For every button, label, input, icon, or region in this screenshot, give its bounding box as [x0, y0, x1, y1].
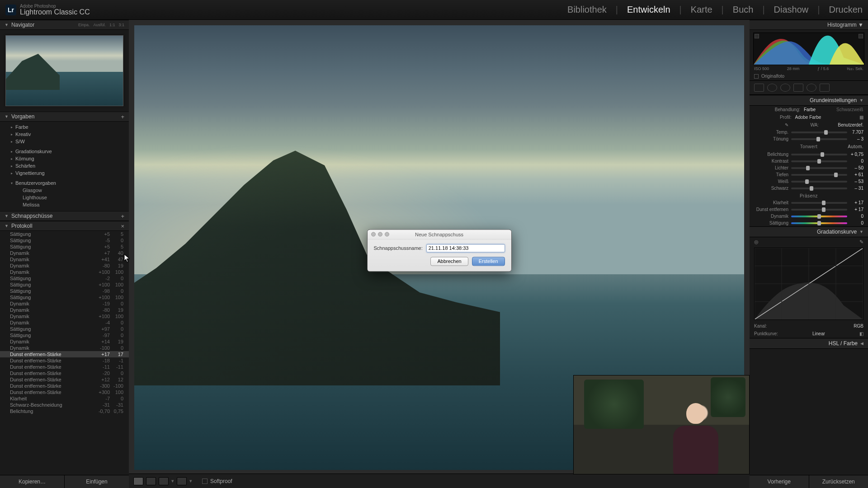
- preset-s/w[interactable]: ▸S/W: [0, 138, 129, 145]
- treatment-color[interactable]: Farbe: [804, 107, 831, 112]
- preset-benutzervorgaben[interactable]: ▾Benutzervorgaben: [0, 179, 129, 187]
- module-tab-drucken[interactable]: Drucken: [829, 5, 863, 15]
- slider-thumb[interactable]: [822, 207, 826, 212]
- slider-value[interactable]: + 17: [847, 200, 863, 205]
- slider-track[interactable]: [791, 209, 847, 211]
- presets-head[interactable]: ▼ Vorgaben +: [0, 112, 129, 122]
- slider-track[interactable]: [791, 188, 847, 189]
- preset-körnung[interactable]: ▸Körnung: [0, 155, 129, 162]
- history-row[interactable]: Sättigung-970: [0, 332, 129, 338]
- slider-value[interactable]: – 53: [847, 179, 863, 184]
- profile-grid-icon[interactable]: ▦: [859, 115, 863, 120]
- slider-thumb[interactable]: [821, 152, 824, 157]
- target-adjust-icon[interactable]: ◎: [754, 239, 759, 245]
- history-row[interactable]: Sättigung+100100: [0, 294, 129, 300]
- redeye-tool-icon[interactable]: [780, 84, 790, 92]
- history-row[interactable]: Dunst entfernen-Stärke-11-11: [0, 364, 129, 370]
- close-icon[interactable]: [371, 232, 376, 236]
- slider-value[interactable]: – 31: [847, 186, 863, 191]
- zoom-1:1[interactable]: 1:1: [109, 23, 115, 27]
- history-row[interactable]: Dunst entfernen-Stärke+1212: [0, 376, 129, 383]
- preset-lighthouse[interactable]: Lighthouse: [0, 194, 129, 201]
- view-beforeafter-lr-icon[interactable]: [146, 477, 156, 485]
- slider-schwarz[interactable]: Schwarz– 31: [750, 185, 868, 192]
- history-row[interactable]: Dynamik-40: [0, 319, 129, 326]
- history-row[interactable]: Dunst entfernen-Stärke+300100: [0, 389, 129, 395]
- slider-thumb[interactable]: [806, 166, 810, 170]
- add-preset-icon[interactable]: +: [121, 113, 124, 120]
- snapshots-head[interactable]: ▼ Schnappschüsse +: [0, 211, 129, 221]
- curve-toggle-icon[interactable]: ◧: [859, 331, 863, 336]
- view-grid-icon[interactable]: [177, 477, 187, 485]
- treatment-bw[interactable]: Schwarzweiß: [836, 107, 863, 112]
- slider-track[interactable]: [791, 167, 847, 169]
- crop-tool-icon[interactable]: [754, 84, 764, 92]
- zoom-icon[interactable]: [385, 232, 389, 236]
- slider-thumb[interactable]: [817, 221, 821, 225]
- copy-button[interactable]: Kopieren…: [0, 475, 65, 488]
- module-tab-karte[interactable]: Karte: [691, 5, 712, 15]
- module-tab-buch[interactable]: Buch: [733, 5, 754, 15]
- slider-dunst entfernen[interactable]: Dunst entfernen+ 17: [750, 206, 868, 213]
- history-row[interactable]: Dynamik-1000: [0, 345, 129, 351]
- wb-value[interactable]: Benutzerdef.: [838, 122, 863, 127]
- history-row[interactable]: Dunst entfernen-Stärke-200: [0, 370, 129, 376]
- slider-track[interactable]: [791, 160, 847, 162]
- zoom-Einpa.[interactable]: Einpa.: [78, 23, 90, 27]
- history-row[interactable]: Dunst entfernen-Stärke-18-1: [0, 357, 129, 364]
- original-photo-checkbox[interactable]: [754, 74, 759, 79]
- slider-value[interactable]: 0: [847, 214, 863, 219]
- history-row[interactable]: Dynamik-8019: [0, 307, 129, 313]
- module-tab-entwickeln[interactable]: Entwickeln: [627, 5, 670, 15]
- previous-button[interactable]: Vorherige: [750, 475, 809, 488]
- slider-track[interactable]: [791, 154, 847, 155]
- tone-curve[interactable]: [754, 248, 863, 320]
- slider-lichter[interactable]: Lichter– 50: [750, 164, 868, 171]
- slider-weiß[interactable]: Weiß– 53: [750, 178, 868, 185]
- history-row[interactable]: Sättigung-50: [0, 237, 129, 244]
- slider-value[interactable]: 0: [847, 221, 863, 225]
- slider-value[interactable]: 7.707: [847, 130, 863, 135]
- slider-tönung[interactable]: Tönung– 3: [750, 136, 868, 142]
- pointcurve-value[interactable]: Linear: [812, 331, 825, 336]
- channel-value[interactable]: RGB: [854, 324, 863, 328]
- history-row[interactable]: Sättigung-980: [0, 288, 129, 294]
- graduated-tool-icon[interactable]: [793, 84, 803, 92]
- curve-edit-icon[interactable]: ✎: [859, 239, 863, 245]
- zoom-3:1[interactable]: 3:1: [118, 23, 124, 27]
- history-row[interactable]: Sättigung+55: [0, 244, 129, 250]
- radial-tool-icon[interactable]: [807, 84, 816, 92]
- slider-thumb[interactable]: [817, 159, 821, 164]
- softproof-checkbox[interactable]: [202, 479, 208, 484]
- slider-track[interactable]: [791, 131, 847, 133]
- slider-dynamik[interactable]: Dynamik0: [750, 213, 868, 220]
- history-row[interactable]: Dunst entfernen-Stärke+1717: [0, 351, 129, 357]
- history-head[interactable]: ▼ Protokoll ×: [0, 221, 129, 231]
- view-loupe-icon[interactable]: [133, 477, 143, 485]
- brush-tool-icon[interactable]: [820, 84, 830, 92]
- hsl-panel-head[interactable]: HSL / Farbe◀: [750, 338, 868, 349]
- spot-tool-icon[interactable]: [767, 84, 777, 92]
- navigator-head[interactable]: ▼ Navigator Einpa.Ausfül.1:13:1: [0, 20, 129, 30]
- slider-value[interactable]: + 61: [847, 172, 863, 177]
- history-row[interactable]: Dynamik+1419: [0, 338, 129, 345]
- histogram[interactable]: [753, 33, 864, 65]
- slider-thumb[interactable]: [817, 214, 821, 219]
- curve-panel-head[interactable]: Gradationskurve▼: [750, 226, 868, 237]
- history-row[interactable]: Dynamik+740: [0, 250, 129, 256]
- slider-thumb[interactable]: [810, 186, 813, 191]
- slider-value[interactable]: – 50: [847, 165, 863, 170]
- module-tab-bibliothek[interactable]: Bibliothek: [567, 5, 607, 15]
- slider-track[interactable]: [791, 216, 847, 217]
- clear-history-icon[interactable]: ×: [121, 223, 124, 230]
- cancel-button[interactable]: Abbrechen: [430, 257, 468, 266]
- history-row[interactable]: Sättigung+55: [0, 231, 129, 237]
- slider-klarheit[interactable]: Klarheit+ 17: [750, 199, 868, 206]
- preset-melissa[interactable]: Melissa: [0, 201, 129, 208]
- slider-thumb[interactable]: [805, 179, 809, 184]
- slider-track[interactable]: [791, 181, 847, 183]
- history-row[interactable]: Dynamik+4147: [0, 256, 129, 263]
- preset-glasgow[interactable]: Glasgow: [0, 187, 129, 194]
- slider-kontrast[interactable]: Kontrast0: [750, 158, 868, 164]
- history-row[interactable]: Belichtung-0,700,75: [0, 408, 129, 414]
